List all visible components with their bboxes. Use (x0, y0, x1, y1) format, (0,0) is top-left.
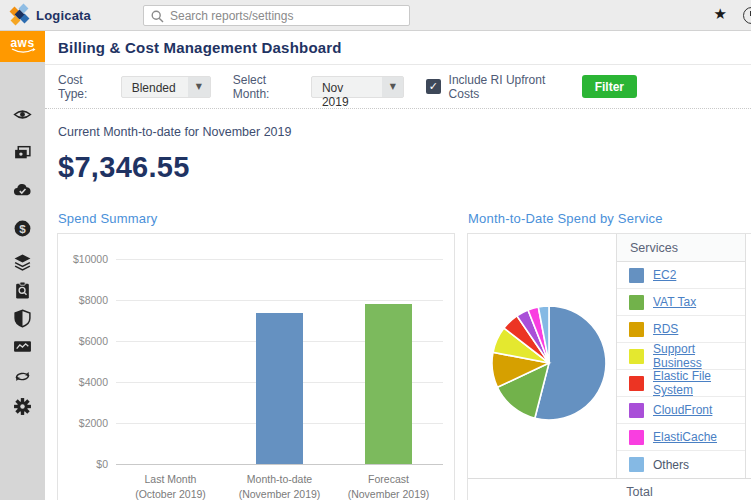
cost-type-label: Cost Type: (58, 73, 113, 101)
billing-cards-icon (13, 143, 32, 162)
sidebar-item-aws-home[interactable]: aws (0, 31, 45, 62)
gear-icon (13, 397, 32, 416)
aws-logo-icon: aws (10, 38, 34, 48)
y-axis-tick-label: $2000 (58, 417, 108, 429)
service-color-swatch (629, 376, 644, 391)
ri-upfront-label: Include RI Upfront Costs (449, 73, 574, 101)
clock-icon[interactable] (743, 7, 751, 24)
sidebar-item-audit[interactable] (0, 281, 45, 300)
service-spend-panel: Services EC2VAT TaxRDSSupport BusinessEl… (467, 233, 751, 500)
logicata-logo-icon (10, 5, 30, 25)
y-axis-tick-label: $0 (58, 458, 108, 470)
month-select[interactable]: Nov 2019 ▼ (311, 76, 404, 98)
dollar-coin-icon: $ (13, 219, 32, 238)
y-axis-tick-label: $6000 (58, 335, 108, 347)
service-label: Others (653, 458, 689, 472)
service-label[interactable]: CloudFront (653, 403, 712, 417)
search-icon (151, 10, 164, 23)
x-axis-category-label: Last Month(October 2019) (116, 472, 225, 500)
service-row-support-business: Support Business (617, 343, 745, 370)
service-label[interactable]: Support Business (653, 342, 745, 370)
spend-summary-bar-chart: $0$2000$4000$6000$8000$10000Last Month(O… (58, 234, 454, 500)
service-spend-title: Month-to-Date Spend by Service (468, 211, 663, 226)
eye-icon (13, 105, 32, 124)
total-row: Total (468, 478, 751, 500)
sidebar-item-cloud-status[interactable] (0, 181, 45, 200)
service-row-ec2: EC2 (617, 262, 745, 289)
service-label[interactable]: Elastic File System (653, 369, 745, 397)
month-to-date-summary: Current Month-to-date for November 2019 … (45, 109, 751, 184)
service-label[interactable]: VAT Tax (653, 295, 696, 309)
summary-caption: Current Month-to-date for November 2019 (58, 125, 751, 139)
ri-upfront-checkbox[interactable]: ✓ (426, 79, 440, 94)
sidebar-item-stacks[interactable] (0, 253, 45, 272)
filter-bar: Cost Type: Blended ▼ Select Month: Nov 2… (45, 65, 751, 109)
sidebar-item-visibility[interactable] (0, 105, 45, 124)
x-axis-category-line: Forecast (334, 472, 443, 487)
shield-icon (13, 309, 32, 328)
sidebar-item-cost[interactable]: $ (0, 219, 45, 238)
sidebar: aws $ (0, 31, 45, 500)
service-row-elasticache: ElastiCache (617, 424, 745, 451)
x-axis-category-label: Month-to-date(November 2019) (225, 472, 334, 500)
x-axis-category-line: (November 2019) (334, 487, 443, 500)
x-axis-category-line: (October 2019) (116, 487, 225, 500)
service-color-swatch (629, 403, 644, 418)
service-row-rds: RDS (617, 316, 745, 343)
topbar: Logicata ★ (0, 0, 751, 31)
month-value: Nov 2019 (312, 77, 383, 97)
star-favorites-icon[interactable]: ★ (714, 5, 727, 23)
gridline (116, 464, 443, 465)
y-axis-tick-label: $10000 (58, 253, 108, 265)
service-label[interactable]: ElastiCache (653, 430, 717, 444)
sidebar-item-settings[interactable] (0, 397, 45, 416)
sidebar-item-security[interactable] (0, 309, 45, 328)
x-axis-category-label: Forecast(November 2019) (334, 472, 443, 500)
service-label[interactable]: EC2 (653, 268, 676, 282)
sidebar-item-metrics[interactable] (0, 337, 45, 356)
summary-amount: $7,346.55 (58, 151, 751, 184)
service-color-swatch (629, 430, 644, 445)
filter-button[interactable]: Filter (582, 75, 637, 98)
select-month-label: Select Month: (233, 73, 303, 101)
brand-name: Logicata (36, 8, 91, 23)
x-axis-category-line: Month-to-date (225, 472, 334, 487)
layers-icon (13, 253, 32, 272)
x-axis-category-line: (November 2019) (225, 487, 334, 500)
service-spend-pie-chart (468, 234, 616, 478)
spend-summary-panel: $0$2000$4000$6000$8000$10000Last Month(O… (57, 233, 455, 500)
spend-summary-title: Spend Summary (58, 211, 157, 226)
bar-month-to-date (256, 313, 303, 464)
service-color-swatch (629, 295, 644, 310)
gridline (116, 300, 443, 301)
cloud-check-icon (13, 181, 32, 200)
sidebar-item-billing[interactable] (0, 143, 45, 162)
services-column-header: Services (617, 234, 745, 262)
service-row-others: Others (617, 451, 745, 478)
service-spend-body: Services EC2VAT TaxRDSSupport BusinessEl… (468, 234, 751, 478)
logicata-logo[interactable]: Logicata (10, 5, 91, 25)
services-table: Services EC2VAT TaxRDSSupport BusinessEl… (616, 234, 746, 478)
sidebar-item-sync[interactable] (0, 367, 45, 386)
main-content: Billing & Cost Management Dashboard Cost… (45, 31, 751, 500)
service-row-cloudfront: CloudFront (617, 397, 745, 424)
checkmark-icon: ✓ (429, 80, 438, 93)
service-color-swatch (629, 457, 644, 472)
pie-chart-area (468, 234, 616, 478)
service-label[interactable]: RDS (653, 322, 678, 336)
cost-type-select[interactable]: Blended ▼ (121, 76, 211, 98)
service-color-swatch (629, 268, 644, 283)
y-axis-tick-label: $4000 (58, 376, 108, 388)
search-input[interactable] (170, 6, 408, 25)
clipboard-search-icon (13, 281, 32, 300)
service-row-elastic-file-system: Elastic File System (617, 370, 745, 397)
aws-smile-icon (10, 48, 36, 55)
services-rows: EC2VAT TaxRDSSupport BusinessElastic Fil… (617, 262, 745, 478)
page-title: Billing & Cost Management Dashboard (58, 39, 342, 56)
page-header: Billing & Cost Management Dashboard (45, 31, 751, 65)
chevron-down-icon: ▼ (382, 77, 403, 97)
cost-type-value: Blended (122, 77, 188, 97)
service-row-vat-tax: VAT Tax (617, 289, 745, 316)
sync-refresh-icon (13, 367, 32, 386)
bar-forecast (365, 304, 412, 464)
